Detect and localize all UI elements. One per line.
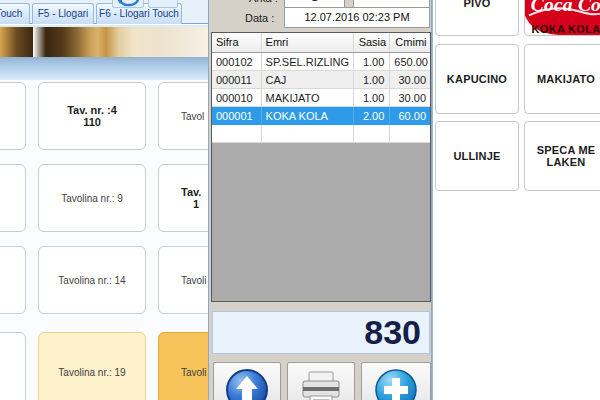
cell-emri: KOKA KOLA [262, 107, 354, 124]
date-input[interactable]: 12.07.2016 02:23 PM [284, 7, 430, 28]
arka-label: Arka : [249, 0, 278, 4]
arka-value: 1 [311, 0, 317, 3]
refresh-icon[interactable] [112, 0, 144, 8]
tab-strip: Touch F5 - Llogari F6 - Llogari Touch [0, 0, 208, 24]
cell-emri: MAKIJATO [262, 89, 354, 106]
cell-sifra: 000102 [212, 53, 262, 70]
cell-sifra: 000001 [212, 107, 262, 124]
table-button-label: Tavolina nr.: 9 [61, 193, 123, 204]
cell-sasia [354, 125, 391, 142]
product-label: LAKEN [547, 156, 586, 168]
table-button-label: Tavoli [181, 275, 207, 286]
send-order-button[interactable] [213, 362, 281, 400]
cell-sasia: 1.00 [354, 53, 391, 70]
cell-cmimi: 30.00 [390, 71, 430, 88]
tab-f5-llogari[interactable]: F5 - Llogari [32, 3, 94, 24]
cell-sasia: 2.00 [354, 107, 391, 124]
add-item-button[interactable] [361, 362, 431, 400]
cell-cmimi [390, 125, 430, 142]
table-row[interactable]: 000011 CAJ 1.00 30.00 [212, 71, 430, 89]
table-button-tavolina-14[interactable]: Tavolina nr.: 14 [38, 246, 146, 314]
product-label: ULLINJE [453, 150, 500, 162]
table-button-label: Tav. nr. :4 [67, 104, 117, 116]
cell-sifra: 000011 [212, 71, 262, 88]
table-button-tav-4[interactable]: Tav. nr. :4 110 [38, 82, 146, 150]
table-button-partial[interactable] [0, 332, 26, 400]
total-value: 830 [364, 313, 421, 352]
table-button-label: Tavolina nr.: 19 [58, 367, 125, 378]
table-row[interactable]: 000010 MAKIJATO 1.00 30.00 [212, 89, 430, 107]
table-button-number: 1 [181, 198, 199, 210]
product-button-koka-kola[interactable]: Coca Cola KOKA KOLA [524, 0, 600, 36]
product-button-makijato[interactable]: MAKIJATO [524, 44, 600, 114]
header-banner-image [0, 25, 208, 57]
table-button-tavolina-9[interactable]: Tavolina nr.: 9 [38, 164, 146, 232]
tab-f6-llogari-touch-label: F6 - Llogari Touch [99, 8, 179, 19]
table-button-partial[interactable] [0, 164, 26, 232]
plus-icon [374, 368, 418, 400]
cell-emri [262, 125, 354, 142]
column-header-sasia[interactable]: Sasia [354, 33, 391, 52]
header-blue-strip [0, 57, 208, 80]
table-row-empty[interactable] [212, 125, 430, 143]
cell-cmimi: 650.00 [390, 53, 430, 70]
table-button-label: Tav. [181, 186, 201, 198]
table-button-partial[interactable] [0, 246, 26, 314]
table-button-number: 110 [83, 116, 101, 128]
toolbar-fragment-button[interactable] [148, 0, 178, 8]
product-button-kapucino[interactable]: KAPUCINO [435, 44, 519, 114]
printer-icon [298, 368, 344, 400]
table-button-partial[interactable] [0, 82, 26, 150]
table-row[interactable]: 000102 SP.SEL.RIZLING 1.00 650.00 [212, 53, 430, 71]
coca-cola-script: Coca Cola [531, 0, 600, 15]
column-header-cmimi[interactable]: Cmimi [390, 33, 430, 52]
product-label: SKOPSKO PIVO [436, 0, 518, 9]
product-label: KAPUCINO [447, 73, 507, 85]
product-button-skopsko-pivo[interactable]: SKOPSKO PIVO [435, 0, 519, 36]
products-panel: SKOPSKO PIVO Coca Cola KOKA KOLA KAPUCIN… [432, 0, 600, 400]
up-arrow-icon [225, 368, 269, 400]
date-value: 12.07.2016 02:23 PM [304, 11, 409, 23]
tab-touch[interactable]: Touch [0, 3, 30, 24]
table-button-tavolina-19[interactable]: Tavolina nr.: 19 [38, 332, 146, 400]
tab-f5-llogari-label: F5 - Llogari [38, 8, 89, 19]
cell-cmimi: 60.00 [390, 107, 430, 124]
product-button-ullinje[interactable]: ULLINJE [435, 121, 519, 191]
cell-sifra: 000010 [212, 89, 262, 106]
cell-emri: SP.SEL.RIZLING [262, 53, 354, 70]
cell-sasia: 1.00 [354, 89, 391, 106]
tables-grid: Tav. nr. :4 110 Tavol Tavolina nr.: 9 Ta… [0, 80, 208, 400]
product-label: MAKIJATO [537, 73, 595, 85]
grid-header-row: Sifra Emri Sasia Cmimi [212, 33, 430, 53]
product-button-speca-me-laken[interactable]: SPECA ME LAKEN [524, 121, 600, 191]
cell-sifra [212, 125, 262, 142]
column-header-emri[interactable]: Emri [262, 33, 354, 52]
receipt-panel: Arka : 1 Data : 12.07.2016 02:23 PM Sifr… [208, 0, 432, 400]
pos-window: Touch F5 - Llogari F6 - Llogari Touch Ta… [0, 0, 600, 400]
table-button-label: Tavolina nr.: 14 [58, 275, 125, 286]
product-label: SPECA ME [537, 144, 596, 156]
table-button-label: Tavol [181, 111, 204, 122]
cell-cmimi: 30.00 [390, 89, 430, 106]
order-items-grid: Sifra Emri Sasia Cmimi 000102 SP.SEL.RIZ… [211, 32, 431, 302]
date-label: Data : [245, 12, 274, 24]
print-button[interactable] [287, 362, 355, 400]
cell-emri: CAJ [262, 71, 354, 88]
cell-sasia: 1.00 [354, 71, 391, 88]
total-display: 830 [212, 311, 430, 354]
tab-touch-label: Touch [0, 8, 22, 19]
table-button-label: Tavoli [181, 367, 207, 378]
column-header-sifra[interactable]: Sifra [212, 33, 262, 52]
table-row-selected[interactable]: 000001 KOKA KOLA 2.00 60.00 [212, 107, 430, 125]
product-label: KOKA KOLA [525, 23, 600, 35]
